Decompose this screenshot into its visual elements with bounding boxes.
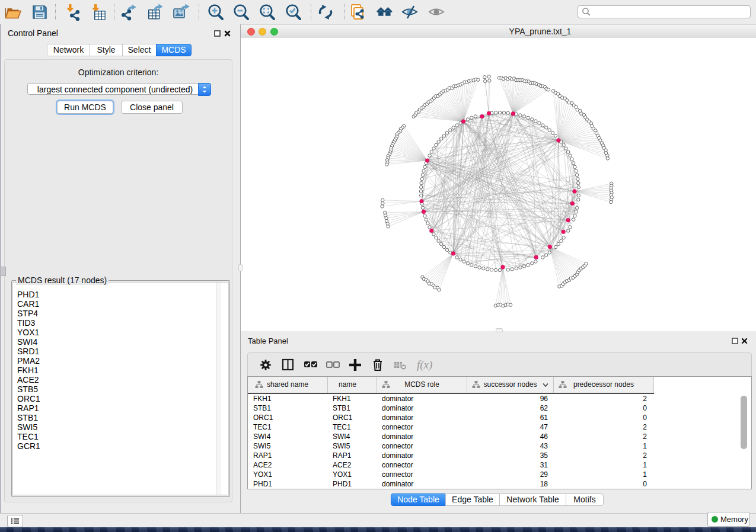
svg-text:f(x): f(x) bbox=[417, 358, 432, 371]
